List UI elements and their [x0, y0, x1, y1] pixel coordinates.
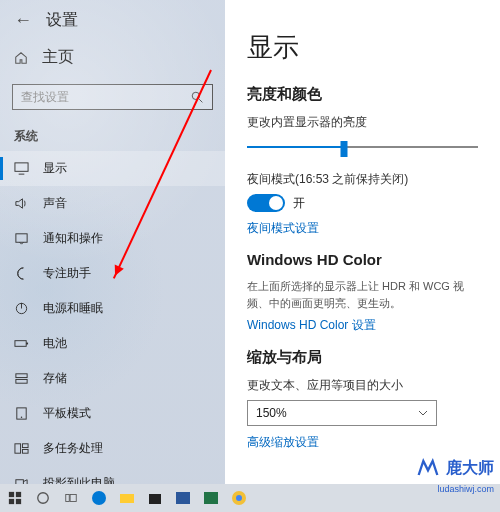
monitor-icon [14, 161, 29, 176]
night-mode-toggle[interactable] [247, 194, 285, 212]
sidebar-item-focus[interactable]: 专注助手 [0, 256, 225, 291]
svg-rect-15 [22, 449, 28, 453]
chevron-down-icon [418, 410, 428, 416]
svg-rect-28 [204, 492, 218, 504]
toggle-state: 开 [293, 195, 305, 212]
advanced-scale-link[interactable]: 高级缩放设置 [247, 434, 478, 451]
hd-desc: 在上面所选择的显示器上让 HDR 和 WCG 视频、中的画面更明亮、更生动。 [247, 278, 478, 311]
svg-rect-22 [66, 495, 70, 502]
multitask-icon [14, 441, 29, 456]
scale-heading: 缩放与布局 [247, 348, 478, 367]
sidebar-item-storage[interactable]: 存储 [0, 361, 225, 396]
brightness-label: 更改内置显示器的亮度 [247, 114, 478, 131]
explorer-icon[interactable] [116, 487, 138, 509]
scale-value: 150% [256, 406, 287, 420]
moon-icon [14, 266, 29, 281]
scale-label: 更改文本、应用等项目的大小 [247, 377, 478, 394]
svg-rect-10 [16, 379, 27, 383]
hd-settings-link[interactable]: Windows HD Color 设置 [247, 317, 478, 334]
search-icon [191, 91, 204, 104]
svg-rect-20 [16, 499, 21, 504]
power-icon [14, 301, 29, 316]
nav-label: 电源和睡眠 [43, 300, 103, 317]
nav-label: 电池 [43, 335, 67, 352]
tablet-icon [14, 406, 29, 421]
search-box[interactable] [12, 84, 213, 110]
section-label: 系统 [0, 118, 225, 151]
nav-list: 显示 声音 通知和操作 专注助手 电源和睡眠 电池 [0, 151, 225, 501]
sidebar-item-power[interactable]: 电源和睡眠 [0, 291, 225, 326]
svg-rect-7 [15, 341, 26, 347]
home-icon [14, 51, 28, 65]
nav-label: 专注助手 [43, 265, 91, 282]
nav-label: 声音 [43, 195, 67, 212]
excel-icon[interactable] [200, 487, 222, 509]
svg-rect-18 [16, 492, 21, 497]
svg-rect-25 [120, 494, 134, 503]
taskbar[interactable] [0, 484, 500, 512]
svg-point-30 [236, 495, 242, 501]
sidebar-item-display[interactable]: 显示 [0, 151, 225, 186]
svg-rect-19 [9, 499, 14, 504]
edge-icon[interactable] [88, 487, 110, 509]
brightness-heading: 亮度和颜色 [247, 85, 478, 104]
nav-label: 通知和操作 [43, 230, 103, 247]
svg-rect-23 [70, 495, 76, 502]
svg-rect-17 [9, 492, 14, 497]
storage-icon [14, 371, 29, 386]
svg-rect-8 [26, 343, 28, 345]
word-icon[interactable] [172, 487, 194, 509]
hd-heading: Windows HD Color [247, 251, 478, 268]
sidebar-item-multitask[interactable]: 多任务处理 [0, 431, 225, 466]
nav-label: 平板模式 [43, 405, 91, 422]
page-title: 显示 [247, 30, 478, 65]
night-mode-label: 夜间模式(16:53 之前保持关闭) [247, 171, 478, 188]
sidebar-item-tablet[interactable]: 平板模式 [0, 396, 225, 431]
speaker-icon [14, 196, 29, 211]
chrome-icon[interactable] [228, 487, 250, 509]
back-button[interactable]: ← [14, 10, 32, 31]
store-icon[interactable] [144, 487, 166, 509]
sidebar-item-battery[interactable]: 电池 [0, 326, 225, 361]
sidebar-item-sound[interactable]: 声音 [0, 186, 225, 221]
svg-rect-9 [16, 374, 27, 378]
start-icon[interactable] [4, 487, 26, 509]
nav-label: 多任务处理 [43, 440, 103, 457]
settings-sidebar: ← 设置 主页 系统 显示 声音 [0, 0, 225, 484]
scale-select[interactable]: 150% [247, 400, 437, 426]
nav-label: 存储 [43, 370, 67, 387]
svg-point-0 [192, 92, 199, 99]
svg-line-1 [199, 99, 202, 102]
watermark-text: 鹿大师 [446, 458, 494, 479]
settings-title: 设置 [46, 10, 78, 31]
svg-rect-14 [22, 444, 28, 448]
night-mode-settings-link[interactable]: 夜间模式设置 [247, 220, 478, 237]
watermark: 鹿大师 ludashiwj.com [414, 454, 494, 482]
svg-point-21 [38, 493, 49, 504]
brightness-slider[interactable] [247, 137, 478, 157]
svg-rect-27 [176, 492, 190, 504]
taskview-icon[interactable] [60, 487, 82, 509]
svg-point-24 [92, 491, 106, 505]
watermark-url: ludashiwj.com [437, 484, 494, 494]
svg-rect-13 [15, 444, 21, 453]
sidebar-item-notifications[interactable]: 通知和操作 [0, 221, 225, 256]
cortana-icon[interactable] [32, 487, 54, 509]
svg-point-12 [21, 417, 23, 419]
main-content: 显示 亮度和颜色 更改内置显示器的亮度 夜间模式(16:53 之前保持关闭) 开… [225, 0, 500, 484]
home-row[interactable]: 主页 [0, 39, 225, 76]
home-label: 主页 [42, 47, 74, 68]
nav-label: 显示 [43, 160, 67, 177]
notification-icon [14, 231, 29, 246]
search-input[interactable] [21, 90, 177, 104]
svg-rect-4 [16, 234, 27, 242]
svg-rect-2 [15, 163, 28, 171]
battery-icon [14, 336, 29, 351]
svg-rect-26 [149, 494, 161, 504]
